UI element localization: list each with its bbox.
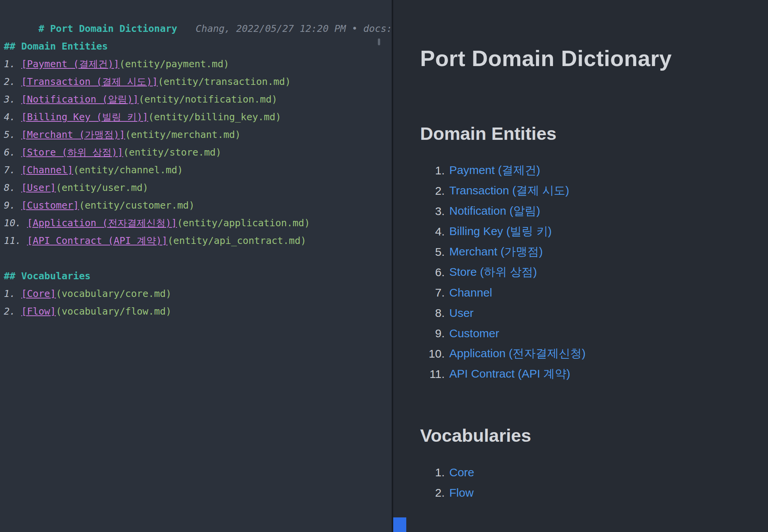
preview-item-number: 2. [420,486,445,499]
preview-list-item: 1.Payment (결제건) [420,160,768,181]
md-wiki-link[interactable]: [Customer] [21,200,79,211]
md-list-number: 6. [4,147,21,158]
preview-ordered-list: 1.Core2.Flow [420,462,768,503]
preview-list-item: 5.Merchant (가맹점) [420,242,768,262]
preview-item-link[interactable]: Customer [449,327,499,340]
md-list-number: 11. [4,235,27,246]
preview-item-number: 8. [420,307,445,320]
markdown-source-pane[interactable]: # Port Domain DictionaryChang, 2022/05/2… [0,0,392,532]
md-section-heading: ## Vocabularies [4,267,392,285]
md-wiki-link[interactable]: [Store (하위 상점)] [21,147,123,158]
md-list-number: 1. [4,288,21,299]
md-list-number: 5. [4,129,21,140]
preview-item-link[interactable]: Flow [449,486,473,499]
preview-list-item: 11.API Contract (API 계약) [420,364,768,384]
md-wiki-link[interactable]: [API Contract (API 계약)] [27,235,167,246]
scroll-indicator [393,517,406,532]
md-list-item: 7. [Channel](entity/channel.md) [4,161,392,179]
md-wiki-link[interactable]: [Application (전자결제신청)] [27,217,177,229]
preview-item-number: 5. [420,245,445,259]
preview-item-number: 2. [420,184,445,197]
preview-list-item: 2.Transaction (결제 시도) [420,181,768,201]
preview-item-link[interactable]: User [449,307,473,320]
md-link-target: (entity/api_contract.md) [167,235,306,246]
preview-section-heading: Domain Entities [420,123,768,144]
preview-item-link[interactable]: Store (하위 상점) [449,264,537,280]
md-wiki-link[interactable]: [Payment (결제건)] [21,58,119,70]
preview-item-link[interactable]: Channel [449,286,492,299]
md-list-item: 11. [API Contract (API 계약)](entity/api_c… [4,232,392,250]
preview-item-number: 10. [420,347,445,360]
markdown-editor-app: # Port Domain DictionaryChang, 2022/05/2… [0,0,768,532]
md-list-item: 3. [Notification (알림)](entity/notificati… [4,91,392,108]
preview-section-heading: Vocabularies [420,425,768,446]
md-title-line: # Port Domain DictionaryChang, 2022/05/2… [4,2,392,20]
md-link-target: (entity/transaction.md) [158,76,291,87]
md-wiki-link[interactable]: [Transaction (결제 시도)] [21,76,158,87]
md-list-number: 10. [4,217,27,229]
doc-metadata: Chang, 2022/05/27 12:20 PM • docs: [196,23,392,34]
md-list-item: 1. [Payment (결제건)](entity/payment.md) [4,55,392,73]
md-list-number: 4. [4,111,21,123]
markdown-source-body: ## Domain Entities1. [Payment (결제건)](ent… [4,20,392,320]
md-list-item: 8. [User](entity/user.md) [4,179,392,197]
md-list-number: 2. [4,76,21,87]
preview-item-link[interactable]: Core [449,466,474,479]
md-link-target: (vocabulary/core.md) [56,288,171,299]
preview-list-item: 7.Channel [420,282,768,303]
md-list-number: 8. [4,182,21,193]
preview-item-link[interactable]: Merchant (가맹점) [449,244,543,260]
md-link-target: (entity/channel.md) [73,164,183,176]
md-wiki-link[interactable]: [Notification (알림)] [21,94,139,105]
preview-item-link[interactable]: Notification (알림) [449,203,540,219]
preview-list-item: 8.User [420,303,768,323]
preview-item-number: 6. [420,266,445,279]
md-wiki-link[interactable]: [Billing Key (빌링 키)] [21,111,148,123]
md-list-item: 6. [Store (하위 상점)](entity/store.md) [4,144,392,161]
md-link-target: (entity/application.md) [177,217,310,229]
preview-item-link[interactable]: Application (전자결제신청) [449,346,586,361]
blank-line [4,250,392,267]
md-wiki-link[interactable]: [User] [21,182,56,193]
md-wiki-link[interactable]: [Channel] [21,164,73,176]
preview-item-link[interactable]: Payment (결제건) [449,162,540,178]
md-list-item: 4. [Billing Key (빌링 키)](entity/billing_k… [4,108,392,126]
preview-item-link[interactable]: API Contract (API 계약) [449,366,570,382]
md-link-target: (entity/billing_key.md) [148,111,281,123]
md-list-number: 3. [4,94,21,105]
md-link-target: (vocabulary/flow.md) [56,306,171,317]
preview-item-link[interactable]: Transaction (결제 시도) [449,183,569,199]
preview-item-number: 1. [420,164,445,177]
md-section-heading: ## Domain Entities [4,38,392,55]
preview-list-item: 6.Store (하위 상점) [420,262,768,282]
md-list-number: 2. [4,306,21,317]
md-link-target: (entity/store.md) [123,147,222,158]
md-list-item: 5. [Merchant (가맹점)](entity/merchant.md) [4,126,392,144]
preview-pane: Port Domain Dictionary Domain Entities1.… [393,0,768,532]
md-list-number: 9. [4,200,21,211]
preview-body: Domain Entities1.Payment (결제건)2.Transact… [420,123,768,503]
preview-ordered-list: 1.Payment (결제건)2.Transaction (결제 시도)3.No… [420,160,768,384]
md-link-target: (entity/customer.md) [79,200,195,211]
md-document-title: # Port Domain Dictionary [38,23,177,34]
editor-annotation-mark [378,38,380,45]
md-list-item: 2. [Transaction (결제 시도)](entity/transact… [4,73,392,91]
preview-list-item: 4.Billing Key (빌링 키) [420,221,768,242]
md-wiki-link[interactable]: [Merchant (가맹점)] [21,129,125,140]
md-list-item: 10. [Application (전자결제신청)](entity/applic… [4,214,392,232]
md-list-number: 1. [4,58,21,70]
preview-item-number: 1. [420,466,445,479]
preview-item-number: 11. [420,368,445,381]
preview-item-link[interactable]: Billing Key (빌링 키) [449,224,552,239]
preview-list-item: 10.Application (전자결제신청) [420,343,768,364]
md-list-item: 1. [Core](vocabulary/core.md) [4,285,392,303]
md-wiki-link[interactable]: [Core] [21,288,56,299]
preview-list-item: 3.Notification (알림) [420,201,768,221]
md-list-item: 9. [Customer](entity/customer.md) [4,197,392,214]
md-wiki-link[interactable]: [Flow] [21,306,56,317]
preview-title: Port Domain Dictionary [420,45,768,71]
preview-list-item: 2.Flow [420,482,768,503]
md-link-target: (entity/payment.md) [119,58,229,70]
preview-item-number: 7. [420,286,445,299]
md-list-item: 2. [Flow](vocabulary/flow.md) [4,303,392,320]
